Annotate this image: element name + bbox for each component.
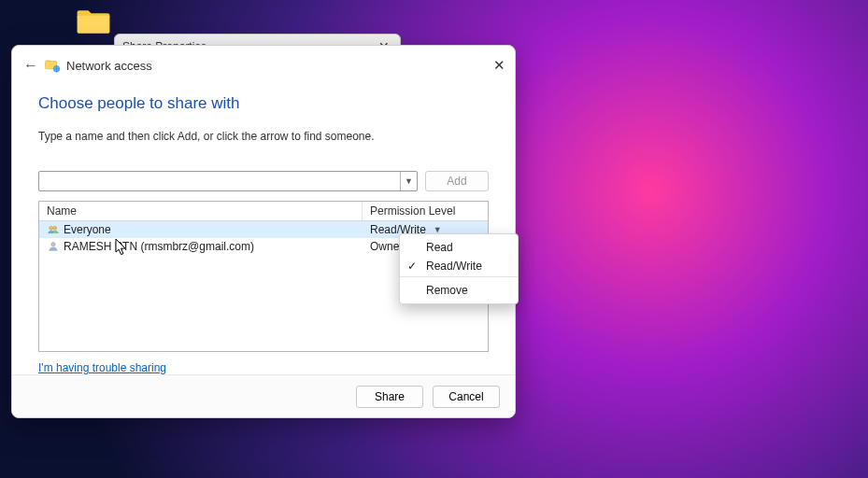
svg-point-4 [53,226,57,230]
column-permission[interactable]: Permission Level [363,202,488,220]
menu-item-label: Read/Write [426,260,482,273]
network-folder-icon [44,57,61,74]
user-icon [47,240,60,253]
row-name-label: RAMESH RTN (rmsmbrz@gmail.com) [64,240,254,253]
svg-rect-0 [78,16,110,34]
help-link[interactable]: I'm having trouble sharing [38,361,489,374]
dialog-titlebar: ← Network access ✕ [12,46,515,85]
add-button: Add [425,171,489,191]
menu-item-label: Remove [426,284,468,297]
row-name-label: Everyone [64,223,111,236]
network-access-dialog: ← Network access ✕ Choose people to shar… [11,45,516,418]
page-heading: Choose people to share with [38,94,489,113]
permission-context-menu: Read ✓ Read/Write Remove [399,233,519,304]
menu-item-label: Read [426,241,453,254]
menu-item-read-write[interactable]: ✓ Read/Write [400,257,518,277]
table-header: Name Permission Level [39,202,488,221]
page-subtext: Type a name and then click Add, or click… [38,130,489,143]
menu-item-read[interactable]: Read [400,238,518,257]
dialog-body: Choose people to share with Type a name … [12,85,515,374]
cancel-button[interactable]: Cancel [433,386,500,408]
add-people-row: ▼ Add [38,171,489,191]
group-icon [47,223,60,236]
people-combobox[interactable]: ▼ [38,171,418,191]
dialog-footer: Share Cancel [12,374,515,417]
menu-item-remove[interactable]: Remove [400,281,518,300]
svg-point-5 [51,243,55,246]
back-button[interactable]: ← [23,57,44,74]
checkmark-icon: ✓ [407,260,417,273]
chevron-down-icon[interactable]: ▼ [400,172,417,190]
folder-icon [76,7,111,35]
row-name-cell: RAMESH RTN (rmsmbrz@gmail.com) [39,239,363,254]
dialog-title: Network access [66,59,481,73]
svg-point-3 [50,226,53,230]
row-name-cell: Everyone [39,222,363,237]
share-button[interactable]: Share [356,386,423,408]
close-button[interactable]: ✕ [481,57,505,74]
desktop-folder-icon[interactable] [73,7,114,35]
column-name[interactable]: Name [39,202,363,220]
